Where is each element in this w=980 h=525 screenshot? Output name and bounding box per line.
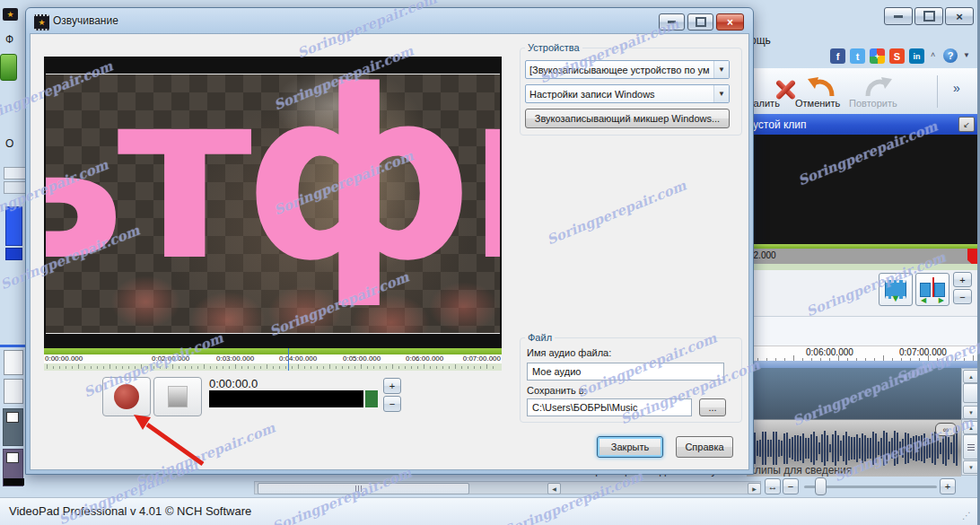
file-group-label: Файл — [525, 332, 555, 343]
clip-preview-black — [747, 135, 980, 244]
timeline-label: 0:04:00.000 — [279, 354, 317, 363]
dialog-title: Озвучивание — [53, 14, 118, 27]
clip-titlebar[interactable]: устой клип ↙ — [747, 114, 980, 135]
status-text: VideoPad Professional v 4.01 © NCH Softw… — [9, 504, 251, 518]
clip-ruler[interactable]: 02.000 — [747, 249, 980, 265]
minimize-icon[interactable] — [884, 7, 913, 25]
restore-icon[interactable]: ↙ — [958, 117, 975, 132]
dialog-close-icon[interactable]: × — [716, 13, 744, 31]
maximize-icon[interactable] — [914, 7, 943, 25]
hscroll-thumb[interactable] — [258, 483, 469, 494]
video-track-area[interactable] — [747, 368, 961, 419]
zoom-slider-thumb[interactable] — [815, 477, 827, 495]
preview-title-text: ьтфи — [46, 74, 500, 293]
video-preview: ьтфи 0:00:00.000 0:02:00.000 0:03:00.000… — [44, 57, 502, 371]
app-icon: ★ — [3, 8, 18, 21]
zoom-in-track-button[interactable]: + — [940, 478, 956, 494]
record-button[interactable] — [102, 377, 151, 416]
recording-device-select[interactable]: [Звукозаписывающее устройство по ум ▼ — [525, 60, 730, 79]
status-bar: VideoPad Professional v 4.01 © NCH Softw… — [0, 497, 980, 525]
timeline-label: 0:06:00.000 — [406, 354, 443, 363]
redo-icon[interactable] — [862, 74, 894, 101]
google-icon[interactable]: + — [870, 48, 885, 64]
tab-corner — [4, 167, 25, 179]
menu-file-fragment[interactable]: Ф — [5, 33, 13, 46]
playhead-cursor[interactable] — [288, 348, 289, 371]
clip-title: устой клип — [753, 118, 807, 131]
timeline-label: 0:00:00.000 — [45, 354, 83, 363]
toolbar: далить Отменить Повторить » — [747, 68, 980, 115]
timeline-label: 0:02:00.000 — [152, 354, 189, 363]
dialog-minimize-icon[interactable] — [659, 13, 685, 31]
clip-ruler-light — [747, 264, 980, 270]
sequence-panel: ▼ ◀ ▶ + − — [747, 270, 980, 316]
help-dropdown-icon[interactable]: ▼ — [963, 51, 970, 59]
hscroll-right-icon[interactable]: ▶ — [748, 483, 761, 494]
video-track-scrollbar[interactable]: ▲ ▼ — [961, 368, 979, 419]
main-timeline-blue — [747, 361, 980, 368]
empty-thumbnail[interactable] — [4, 350, 23, 375]
video-thumbnail[interactable] — [3, 449, 23, 486]
panel-gap — [747, 316, 980, 346]
screen: ★ Ф О × ощь f t + S in ˄ ? ▼ — [0, 0, 980, 525]
audio-name-label: Имя аудио файла: — [527, 347, 611, 358]
record-settings-select[interactable]: Настройки записи Windows ▼ — [525, 84, 730, 103]
preview-zoom-in-button[interactable]: + — [383, 378, 401, 394]
fit-timeline-button[interactable]: ↔ — [765, 478, 781, 494]
timeline-label: 0:07:00.000 — [463, 354, 501, 363]
audio-name-input[interactable]: Мое аудио — [527, 363, 724, 381]
undo-icon[interactable] — [806, 74, 838, 101]
help-icon[interactable]: ? — [943, 48, 958, 63]
resize-grip-icon[interactable]: ⋰ — [962, 511, 971, 521]
twitter-icon[interactable]: t — [850, 48, 865, 64]
ruler-ticks — [747, 346, 980, 362]
record-settings-value: Настройки записи Windows — [529, 89, 655, 100]
clip-thumbnail-selected[interactable] — [5, 206, 22, 246]
tab-corner — [4, 181, 25, 194]
close-button[interactable]: Закрыть — [597, 436, 663, 458]
split-clip-button[interactable]: ◀ ▶ — [915, 273, 949, 306]
undo-label[interactable]: Отменить — [795, 98, 840, 109]
timeline-zoom-out-button[interactable]: − — [953, 289, 972, 304]
preview-timeline-bar — [44, 348, 502, 354]
timeline-hscrollbar[interactable]: ◀ ▶ — [254, 481, 761, 494]
link-icon[interactable]: ∞ — [935, 423, 957, 436]
help-button[interactable]: Справка — [676, 436, 733, 458]
timeline-zoom-in-button[interactable]: + — [953, 272, 972, 287]
close-icon[interactable]: × — [945, 7, 974, 25]
toolbar-overflow-button[interactable]: » — [953, 81, 960, 95]
stop-button[interactable] — [153, 377, 202, 416]
video-thumbnail[interactable] — [3, 408, 23, 446]
redo-label[interactable]: Повторить — [849, 98, 897, 109]
stumbleupon-icon[interactable]: S — [889, 48, 905, 64]
green-folder-icon[interactable] — [0, 54, 17, 81]
devices-group-label: Устройства — [525, 42, 582, 53]
mixer-button[interactable]: Звукозаписывающий микшер Windows... — [525, 109, 730, 128]
hscroll-left-icon[interactable]: ◀ — [547, 483, 561, 494]
preview-zoom-out-button[interactable]: − — [383, 396, 401, 412]
zoom-out-track-button[interactable]: − — [783, 478, 799, 494]
add-to-sequence-button[interactable]: ▼ — [879, 273, 913, 306]
browse-button[interactable]: ... — [699, 398, 726, 416]
timeline-ticks — [44, 363, 502, 371]
audio-track-scrollbar[interactable]: ▲ ▼ — [961, 419, 979, 476]
save-path-input[interactable]: C:\Users\БОБРЫ\Music — [527, 398, 692, 416]
linkedin-icon[interactable]: in — [909, 48, 924, 64]
save-to-label: Сохранить в: — [527, 385, 587, 396]
preview-timeline-ruler[interactable]: 0:00:00.000 0:02:00.000 0:03:00.000 0:04… — [44, 354, 502, 363]
recording-device-value: [Звукозаписывающее устройство по ум — [529, 65, 710, 75]
facebook-icon[interactable]: f — [830, 48, 845, 64]
main-timeline-ruler[interactable]: 0 0:06:00.000 0:07:00.000 — [747, 346, 980, 362]
empty-thumbnail[interactable] — [4, 379, 23, 404]
divider-blue — [0, 345, 25, 347]
timeline-label: 0:05:00.000 — [343, 354, 381, 363]
chevron-down-icon[interactable]: ▼ — [713, 61, 729, 78]
toolbar-separator — [937, 75, 938, 108]
dialog-maximize-icon[interactable] — [687, 13, 713, 31]
timeline-label: 0:03:00.000 — [216, 354, 254, 363]
record-time: 0:00:00.0 — [209, 377, 258, 390]
stop-icon — [168, 386, 188, 407]
collapse-caret-icon[interactable]: ˄ — [931, 50, 935, 59]
chevron-down-icon[interactable]: ▼ — [713, 85, 729, 102]
clip-thumbnail-selected-lower[interactable] — [5, 248, 22, 260]
